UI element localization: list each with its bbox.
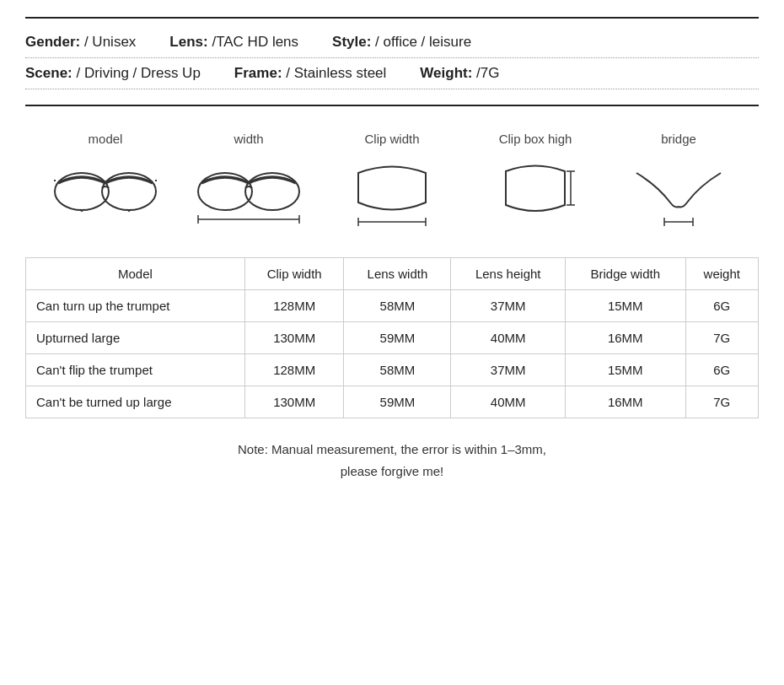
diagram-bridge-label: bridge: [661, 132, 696, 146]
clip-high-icon: [493, 156, 577, 232]
table-cell: 6G: [685, 290, 758, 322]
style-label: Style:: [332, 34, 371, 50]
col-lens-width: Lens width: [344, 258, 451, 290]
style-spec: Style: / office / leisure: [332, 34, 471, 51]
diagram-width-label: width: [234, 132, 263, 146]
table-cell: 130MM: [244, 386, 343, 418]
weight-value: /7G: [476, 65, 499, 81]
table-cell: 58MM: [344, 354, 451, 386]
table-cell: 130MM: [244, 322, 343, 354]
frame-value: / Stainless steel: [286, 65, 386, 81]
scene-value: / Driving / Dress Up: [76, 65, 200, 81]
col-weight: weight: [685, 258, 758, 290]
table-cell: Can't flip the trumpet: [26, 354, 245, 386]
width-icon: [194, 156, 303, 232]
table-row: Can turn up the trumpet128MM58MM37MM15MM…: [26, 290, 759, 322]
diagram-bridge: bridge: [607, 132, 750, 232]
specs-table: Model Clip width Lens width Lens height …: [25, 257, 759, 418]
spec-row-2: Scene: / Driving / Dress Up Frame: / Sta…: [25, 65, 759, 89]
lens-spec: Lens: /TAC HD lens: [169, 34, 298, 51]
table-section: Model Clip width Lens width Lens height …: [25, 257, 759, 418]
weight-spec: Weight: /7G: [420, 65, 499, 82]
table-header-row: Model Clip width Lens width Lens height …: [26, 258, 759, 290]
bridge-icon: [632, 156, 725, 232]
diagram-model: model: [34, 132, 177, 232]
table-cell: Can't be turned up large: [26, 386, 245, 418]
table-cell: 40MM: [451, 322, 565, 354]
gender-value: / Unisex: [84, 34, 136, 50]
table-cell: 58MM: [344, 290, 451, 322]
scene-label: Scene:: [25, 65, 72, 81]
table-cell: 16MM: [565, 386, 685, 418]
table-cell: 59MM: [344, 386, 451, 418]
diagram-model-label: model: [89, 132, 123, 146]
col-bridge-width: Bridge width: [565, 258, 685, 290]
table-cell: 37MM: [451, 290, 565, 322]
top-divider: [25, 17, 759, 19]
table-row: Upturned large130MM59MM40MM16MM7G: [26, 322, 759, 354]
table-row: Can't be turned up large130MM59MM40MM16M…: [26, 386, 759, 418]
table-cell: 128MM: [244, 354, 343, 386]
table-cell: Can turn up the trumpet: [26, 290, 245, 322]
model-icon: [51, 156, 160, 232]
diagram-clip-width: Clip width: [320, 132, 464, 232]
spec-row-1: Gender: / Unisex Lens: /TAC HD lens Styl…: [25, 34, 759, 58]
table-row: Can't flip the trumpet128MM58MM37MM15MM6…: [26, 354, 759, 386]
bottom-divider: [25, 105, 759, 106]
specs-section: Gender: / Unisex Lens: /TAC HD lens Styl…: [25, 34, 759, 89]
lens-value: /TAC HD lens: [212, 34, 298, 50]
table-cell: 16MM: [565, 322, 685, 354]
frame-spec: Frame: / Stainless steel: [234, 65, 386, 82]
gender-spec: Gender: / Unisex: [25, 34, 136, 51]
diagram-clip-high-label: Clip box high: [499, 132, 572, 146]
clip-width-icon: [350, 156, 434, 232]
style-value: / office / leisure: [375, 34, 471, 50]
table-cell: 59MM: [344, 322, 451, 354]
diagram-width: width: [177, 132, 320, 232]
table-cell: 37MM: [451, 354, 565, 386]
gender-label: Gender:: [25, 34, 80, 50]
note-line1: Note: Manual measurement, the error is w…: [25, 439, 759, 461]
table-cell: 7G: [685, 322, 758, 354]
table-cell: 15MM: [565, 354, 685, 386]
diagram-clip-width-label: Clip width: [364, 132, 419, 146]
weight-label: Weight:: [420, 65, 472, 81]
main-container: Gender: / Unisex Lens: /TAC HD lens Styl…: [0, 0, 784, 499]
scene-spec: Scene: / Driving / Dress Up: [25, 65, 201, 82]
frame-label: Frame:: [234, 65, 282, 81]
col-model: Model: [26, 258, 245, 290]
note-line2: please forgive me!: [25, 461, 759, 483]
col-clip-width: Clip width: [244, 258, 343, 290]
diagram-section: model: [25, 132, 759, 232]
table-cell: 6G: [685, 354, 758, 386]
diagram-clip-high: Clip box high: [464, 132, 607, 232]
note-section: Note: Manual measurement, the error is w…: [25, 439, 759, 482]
table-cell: 15MM: [565, 290, 685, 322]
table-cell: 128MM: [244, 290, 343, 322]
table-cell: Upturned large: [26, 322, 245, 354]
col-lens-height: Lens height: [451, 258, 565, 290]
table-cell: 40MM: [451, 386, 565, 418]
table-cell: 7G: [685, 386, 758, 418]
lens-label: Lens:: [169, 34, 207, 50]
